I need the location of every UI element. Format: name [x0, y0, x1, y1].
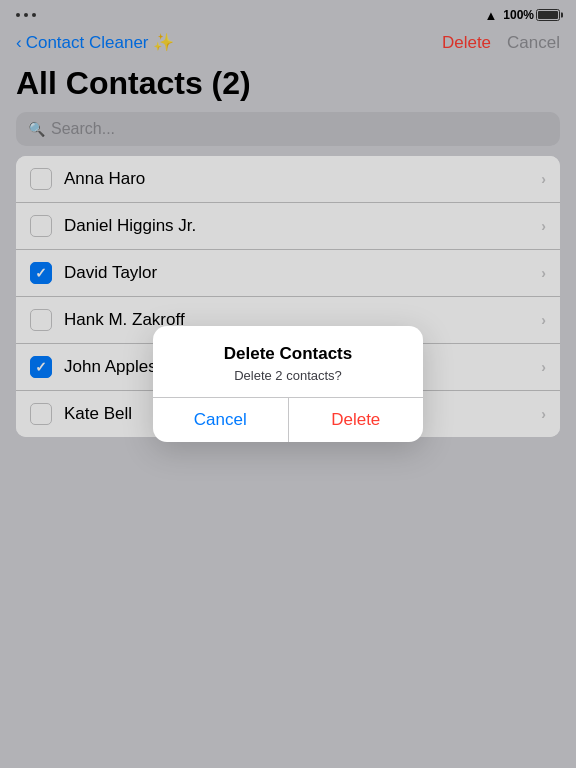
delete-modal: Delete Contacts Delete 2 contacts? Cance…: [153, 326, 423, 442]
modal-actions: Cancel Delete: [153, 398, 423, 442]
modal-subtitle: Delete 2 contacts?: [169, 368, 407, 383]
modal-cancel-button[interactable]: Cancel: [153, 398, 289, 442]
modal-title: Delete Contacts: [169, 344, 407, 364]
modal-content: Delete Contacts Delete 2 contacts?: [153, 326, 423, 398]
modal-delete-button[interactable]: Delete: [289, 398, 424, 442]
modal-overlay: Delete Contacts Delete 2 contacts? Cance…: [0, 0, 576, 768]
